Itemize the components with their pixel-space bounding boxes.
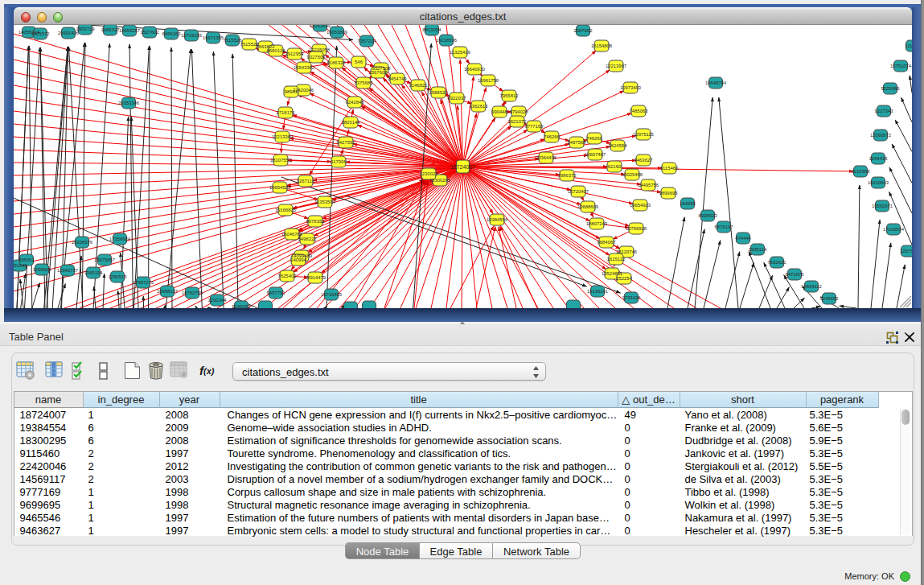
svg-text:7485063: 7485063 xyxy=(630,109,649,113)
svg-text:19384554: 19384554 xyxy=(487,217,508,222)
svg-text:17359924: 17359924 xyxy=(109,237,131,241)
svg-text:7955812: 7955812 xyxy=(500,93,519,98)
svg-text:19654923: 19654923 xyxy=(269,185,291,190)
svg-text:9146821: 9146821 xyxy=(409,83,428,88)
svg-text:62160: 62160 xyxy=(608,164,622,169)
svg-text:20364436: 20364436 xyxy=(536,155,557,160)
svg-text:8938923: 8938923 xyxy=(699,213,718,218)
svg-text:10958107: 10958107 xyxy=(157,289,178,294)
svg-text:10654112: 10654112 xyxy=(801,284,822,289)
svg-text:12213369: 12213369 xyxy=(272,134,293,139)
svg-text:1733426: 1733426 xyxy=(622,295,642,300)
svg-text:10653267: 10653267 xyxy=(119,28,140,33)
svg-text:16648784: 16648784 xyxy=(705,80,727,85)
svg-text:14495756: 14495756 xyxy=(638,183,659,187)
svg-text:3267110: 3267110 xyxy=(297,179,315,183)
svg-text:15720407: 15720407 xyxy=(568,189,589,194)
svg-text:16053809: 16053809 xyxy=(326,30,347,35)
svg-text:1345194: 1345194 xyxy=(84,270,104,275)
svg-text:19592971: 19592971 xyxy=(872,204,893,208)
svg-text:2935114: 2935114 xyxy=(749,247,767,252)
svg-text:1244415: 1244415 xyxy=(869,156,889,161)
svg-text:1362615: 1362615 xyxy=(470,104,489,109)
svg-text:9329966: 9329966 xyxy=(881,86,901,91)
svg-text:3624554: 3624554 xyxy=(609,143,628,148)
svg-text:12213967: 12213967 xyxy=(606,64,626,68)
svg-text:8878352: 8878352 xyxy=(306,219,325,224)
svg-text:10719185: 10719185 xyxy=(181,33,203,38)
svg-text:6466160: 6466160 xyxy=(162,31,182,36)
svg-text:1615112: 1615112 xyxy=(607,257,626,262)
svg-text:2803144: 2803144 xyxy=(342,120,361,125)
svg-text:140994: 140994 xyxy=(290,257,306,262)
svg-text:1527602: 1527602 xyxy=(141,30,159,35)
svg-text:1230022: 1230022 xyxy=(420,171,438,176)
svg-text:(x): (x) xyxy=(203,366,215,376)
svg-text:474444: 474444 xyxy=(735,236,751,241)
svg-text:98901: 98901 xyxy=(285,89,298,94)
svg-text:19975867: 19975867 xyxy=(94,257,115,262)
svg-text:10688609: 10688609 xyxy=(577,204,598,209)
svg-text:17957275: 17957275 xyxy=(133,280,154,285)
svg-text:10807487: 10807487 xyxy=(585,152,606,157)
svg-text:6794028: 6794028 xyxy=(510,109,529,114)
svg-text:18120746: 18120746 xyxy=(616,249,638,254)
svg-text:2718176: 2718176 xyxy=(277,110,296,115)
svg-text:9245052: 9245052 xyxy=(232,304,251,308)
svg-text:7625402: 7625402 xyxy=(278,274,297,278)
svg-text:8215958: 8215958 xyxy=(852,169,871,174)
svg-text:8813054: 8813054 xyxy=(423,27,442,32)
svg-text:2087652: 2087652 xyxy=(574,28,593,33)
svg-text:746266: 746266 xyxy=(586,136,602,141)
svg-text:9327506: 9327506 xyxy=(307,55,326,60)
svg-text:8427552: 8427552 xyxy=(337,140,355,145)
svg-text:252254: 252254 xyxy=(616,276,632,281)
svg-text:1905572: 1905572 xyxy=(31,31,50,36)
svg-text:9115460: 9115460 xyxy=(660,166,679,171)
svg-text:9457791: 9457791 xyxy=(267,290,285,295)
svg-text:9463627: 9463627 xyxy=(634,158,653,163)
svg-text:3912954: 3912954 xyxy=(285,51,305,56)
svg-text:9245652: 9245652 xyxy=(820,296,839,301)
svg-text:7986372: 7986372 xyxy=(558,173,577,178)
svg-text:15136141: 15136141 xyxy=(587,289,608,294)
svg-text:7515526: 7515526 xyxy=(224,38,243,43)
svg-text:18807249: 18807249 xyxy=(586,221,607,226)
svg-text:19218506: 19218506 xyxy=(436,38,458,43)
svg-text:685061: 685061 xyxy=(18,257,35,262)
svg-text:2367608: 2367608 xyxy=(369,70,388,75)
svg-text:9899695: 9899695 xyxy=(659,191,679,196)
svg-text:8660124: 8660124 xyxy=(267,48,286,53)
svg-text:111243: 111243 xyxy=(906,43,912,48)
svg-text:1065327: 1065327 xyxy=(101,27,120,32)
svg-text:8186328: 8186328 xyxy=(327,60,347,65)
svg-text:16154808: 16154808 xyxy=(591,43,613,48)
svg-text:15716485: 15716485 xyxy=(321,292,343,297)
svg-text:7357224: 7357224 xyxy=(358,39,377,43)
svg-text:8471876: 8471876 xyxy=(786,272,805,277)
svg-text:126753: 126753 xyxy=(900,249,912,253)
svg-text:5498222: 5498222 xyxy=(298,237,317,241)
svg-text:11353594: 11353594 xyxy=(314,200,335,204)
svg-text:18724007: 18724007 xyxy=(450,164,475,170)
svg-text:9227343: 9227343 xyxy=(875,109,894,113)
svg-text:10756928: 10756928 xyxy=(626,226,647,231)
svg-text:1588520: 1588520 xyxy=(429,90,449,95)
svg-text:990448: 990448 xyxy=(491,109,507,114)
svg-text:9777169: 9777169 xyxy=(525,124,544,129)
svg-text:16640910: 16640910 xyxy=(464,67,486,72)
svg-text:8454749: 8454749 xyxy=(388,76,407,81)
svg-text:12093872: 12093872 xyxy=(870,133,891,138)
svg-text:16543382: 16543382 xyxy=(294,65,314,70)
svg-text:17016504: 17016504 xyxy=(883,227,905,232)
svg-text:10025458: 10025458 xyxy=(622,172,643,177)
svg-text:11325419: 11325419 xyxy=(450,50,470,55)
svg-text:9242848: 9242848 xyxy=(346,100,365,105)
svg-text:1621072: 1621072 xyxy=(508,119,527,124)
svg-text:1290515: 1290515 xyxy=(109,274,128,279)
svg-text:15751074: 15751074 xyxy=(890,64,912,68)
svg-text:164095: 164095 xyxy=(680,201,696,206)
svg-text:18300295: 18300295 xyxy=(429,178,451,183)
svg-text:546: 546 xyxy=(355,60,363,64)
svg-text:16961758: 16961758 xyxy=(478,78,499,83)
